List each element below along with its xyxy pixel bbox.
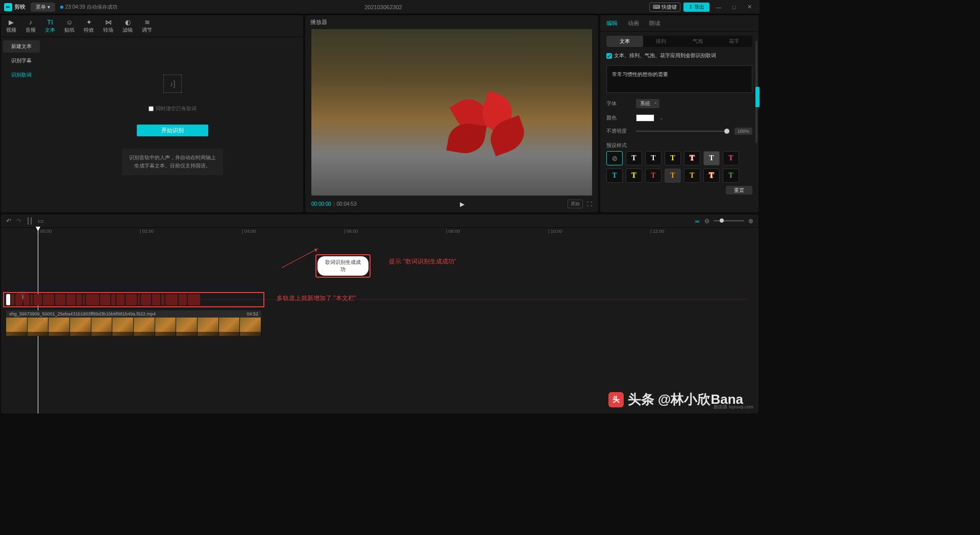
color-dropdown-icon[interactable]: ⌄ — [659, 115, 664, 120]
ruler-tick: | 00:00 — [38, 229, 52, 234]
lyrics-clip[interactable] — [66, 294, 76, 305]
preset-style-4[interactable]: T — [684, 151, 700, 165]
timeline-panel: ↶ ↷ ⎮⎮ ▭ ⫘ ⊖ ⊕ | 00:00| 02:00| 04:00| 06… — [1, 214, 758, 414]
lyrics-clip[interactable] — [179, 294, 187, 305]
sidebar-item-识别字幕[interactable]: 识别字幕 — [3, 55, 40, 67]
lyrics-clip[interactable] — [111, 294, 115, 305]
clear-existing-checkbox[interactable]: 同时清空已有歌词 — [149, 105, 197, 112]
ruler-tick: | 12:00 — [650, 229, 664, 234]
lyrics-text-track[interactable] — [6, 294, 200, 305]
lyrics-clip[interactable] — [152, 294, 160, 305]
shortcut-button[interactable]: ⌨ 快捷键 — [649, 3, 680, 12]
split-button[interactable]: ⎮⎮ — [27, 217, 33, 225]
lyrics-clip[interactable] — [34, 294, 42, 305]
aspect-ratio-button[interactable]: 原始 — [568, 200, 583, 208]
text-content-input[interactable]: 常常习惯性的想你的需要 — [606, 65, 752, 93]
media-tab-调节[interactable]: ≋调节 — [142, 18, 152, 34]
ruler-tick: | 06:00 — [344, 229, 358, 234]
lyrics-clip[interactable] — [77, 294, 82, 305]
property-subtab-文本[interactable]: 文本 — [606, 36, 643, 47]
opacity-thumb[interactable] — [724, 129, 729, 134]
color-picker[interactable] — [636, 114, 654, 121]
lyrics-clip[interactable] — [23, 294, 30, 305]
start-recognition-button[interactable]: 开始识别 — [137, 125, 208, 136]
lyrics-clip[interactable] — [165, 294, 178, 305]
property-subtab-排列[interactable]: 排列 — [643, 36, 680, 47]
media-tab-音频[interactable]: ♪音频 — [26, 18, 36, 34]
font-select[interactable]: 系统 — [636, 99, 659, 108]
media-tab-视频[interactable]: ▶视频 — [6, 18, 16, 34]
preset-style-10[interactable]: T — [665, 168, 681, 183]
apply-all-checkbox[interactable]: 文本、排列、气泡、花字应用到全部识别歌词 — [600, 49, 758, 62]
lyrics-clip[interactable] — [188, 294, 200, 305]
opacity-slider[interactable] — [636, 131, 729, 132]
preset-style-0[interactable]: ⊘ — [606, 151, 623, 165]
redo-button[interactable]: ↷ — [16, 217, 21, 225]
media-tab-转场[interactable]: ⋈转场 — [103, 18, 113, 34]
property-tab-朗读[interactable]: 朗读 — [649, 19, 660, 27]
preset-style-9[interactable]: T — [645, 168, 662, 183]
timeline-ruler[interactable]: | 00:00| 02:00| 04:00| 06:00| 08:00| 10:… — [38, 228, 758, 237]
media-tab-文本[interactable]: TI文本 — [45, 18, 55, 34]
menu-button[interactable]: 菜单 ▾ — [31, 3, 55, 12]
preset-style-6[interactable]: T — [723, 151, 739, 165]
fullscreen-icon[interactable]: ⛶ — [587, 201, 592, 207]
zoom-out-button[interactable]: ⊖ — [704, 217, 709, 225]
video-track[interactable]: shg_39673909_50001_25eba431b1803ff89d3b1… — [6, 310, 261, 336]
opacity-value: 100% — [734, 128, 752, 135]
sidebar-item-新建文本[interactable]: 新建文本 — [3, 40, 40, 53]
preset-style-3[interactable]: T — [665, 151, 681, 165]
property-tab-动画[interactable]: 动画 — [628, 19, 639, 27]
minimize-button[interactable]: — — [713, 4, 725, 10]
crop-button[interactable]: ▭ — [38, 217, 43, 225]
annotation-text-1: 提示 "歌词识别生成成功" — [389, 257, 456, 266]
reset-button[interactable]: 重置 — [726, 186, 752, 194]
lyrics-clip[interactable] — [138, 294, 140, 305]
lyrics-clip[interactable] — [15, 294, 22, 305]
preset-style-2[interactable]: T — [645, 151, 662, 165]
clear-existing-input[interactable] — [149, 106, 154, 111]
apply-all-label: 文本、排列、气泡、花字应用到全部识别歌词 — [614, 52, 716, 59]
preset-style-11[interactable]: T — [684, 168, 700, 183]
preset-style-13[interactable]: T — [723, 168, 739, 183]
apply-all-input[interactable] — [606, 53, 612, 59]
media-tab-特效[interactable]: ✦特效 — [84, 18, 94, 34]
preset-style-8[interactable]: T — [626, 168, 642, 183]
font-label: 字体 — [606, 100, 631, 107]
lyrics-clip[interactable] — [86, 294, 99, 305]
maximize-button[interactable]: □ — [728, 4, 740, 10]
media-tab-滤镜[interactable]: ◐滤镜 — [122, 18, 133, 34]
property-tab-编辑[interactable]: 编辑 — [606, 19, 618, 27]
zoom-in-button[interactable]: ⊕ — [748, 217, 753, 225]
property-subtab-花字[interactable]: 花字 — [716, 36, 753, 47]
titlebar: ✂ 剪映 菜单 ▾ 23:04:39 自动保存成功 202103062302 ⌨… — [0, 0, 760, 14]
preset-style-5[interactable]: T — [703, 151, 720, 165]
lyrics-clip[interactable] — [43, 294, 54, 305]
preview-viewport[interactable] — [311, 29, 592, 196]
lyrics-clip[interactable] — [116, 294, 125, 305]
sidebar-item-识别歌词[interactable]: 识别歌词 — [3, 69, 40, 81]
lyrics-clip[interactable] — [161, 294, 164, 305]
preset-style-7[interactable]: T — [606, 168, 623, 183]
zoom-slider[interactable] — [714, 220, 744, 222]
lyrics-clip[interactable] — [126, 294, 137, 305]
magnet-icon[interactable]: ⫘ — [694, 217, 700, 225]
lyrics-clip[interactable] — [141, 294, 151, 305]
preset-style-12[interactable]: T — [703, 168, 720, 183]
property-tabs: 编辑动画朗读 — [600, 15, 758, 32]
undo-button[interactable]: ↶ — [6, 217, 11, 225]
export-button[interactable]: ⇧ 导出 — [683, 3, 709, 12]
media-tab-贴纸[interactable]: ☺贴纸 — [64, 18, 75, 34]
video-thumb — [134, 318, 155, 336]
play-button[interactable]: ▶ — [356, 201, 568, 208]
property-subtab-气泡[interactable]: 气泡 — [679, 36, 716, 47]
lyrics-clip[interactable] — [11, 294, 14, 305]
lyrics-clip[interactable] — [83, 294, 85, 305]
close-button[interactable]: ✕ — [743, 4, 755, 10]
preset-style-1[interactable]: T — [626, 151, 642, 165]
lyrics-clip[interactable] — [100, 294, 110, 305]
preview-controls: 00:00:00 | 00:04:53 ▶ 原始 ⛶ — [305, 196, 598, 212]
lyrics-clip[interactable] — [6, 294, 10, 305]
lyrics-clip[interactable] — [31, 294, 33, 305]
lyrics-clip[interactable] — [55, 294, 65, 305]
